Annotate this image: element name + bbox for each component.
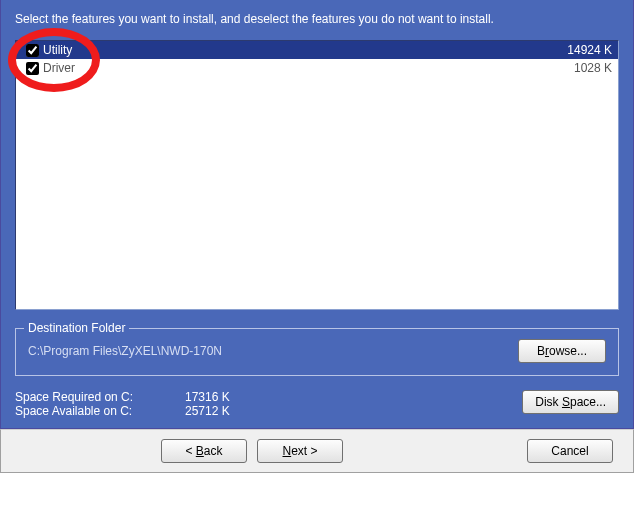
- next-button[interactable]: Next >: [257, 439, 343, 463]
- feature-size: 14924 K: [532, 43, 612, 57]
- cancel-button[interactable]: Cancel: [527, 439, 613, 463]
- disk-space-button[interactable]: Disk Space...: [522, 390, 619, 414]
- space-required-label: Space Required on C:: [15, 390, 185, 404]
- feature-name: Utility: [43, 43, 532, 57]
- back-button[interactable]: < Back: [161, 439, 247, 463]
- instruction-text: Select the features you want to install,…: [15, 12, 619, 26]
- space-available-value: 25712 K: [185, 404, 305, 418]
- space-info: Space Required on C: 17316 K Space Avail…: [15, 390, 619, 418]
- space-required-value: 17316 K: [185, 390, 305, 404]
- space-available-label: Space Available on C:: [15, 404, 185, 418]
- feature-name: Driver: [43, 61, 532, 75]
- browse-button[interactable]: Browse...: [518, 339, 606, 363]
- destination-folder-group: Destination Folder C:\Program Files\ZyXE…: [15, 328, 619, 376]
- feature-size: 1028 K: [532, 61, 612, 75]
- destination-path: C:\Program Files\ZyXEL\NWD-170N: [28, 344, 506, 358]
- wizard-button-bar: < Back Next > Cancel: [0, 429, 634, 473]
- feature-list[interactable]: Utility14924 KDriver1028 K: [15, 40, 619, 310]
- feature-checkbox[interactable]: [26, 62, 39, 75]
- feature-checkbox[interactable]: [26, 44, 39, 57]
- destination-folder-legend: Destination Folder: [24, 321, 129, 335]
- feature-row[interactable]: Utility14924 K: [16, 41, 618, 59]
- feature-row[interactable]: Driver1028 K: [16, 59, 618, 77]
- wizard-panel: Select the features you want to install,…: [0, 0, 634, 429]
